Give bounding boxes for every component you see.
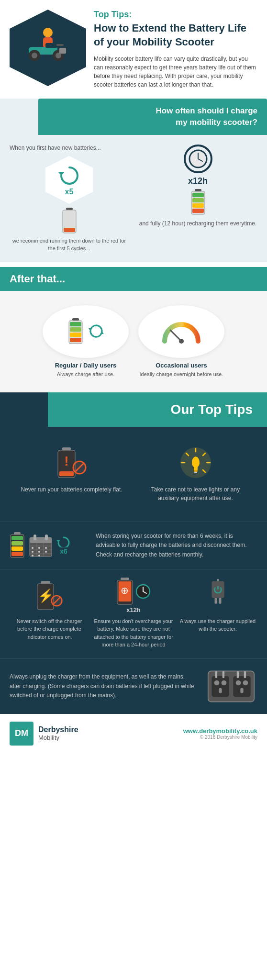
svg-rect-28 [70, 333, 81, 337]
cycle-hex: x5 [45, 156, 93, 204]
tip1-text: Never run your batteries completely flat… [21, 485, 122, 494]
svg-marker-72 [56, 540, 60, 543]
occasional-desc: Ideally charge overnight before use. [140, 371, 223, 378]
tip3-item: ⚡ Never switch off the charger before th… [10, 579, 89, 649]
top-tips-label: Top Tips: [94, 10, 257, 20]
svg-rect-36 [59, 471, 74, 476]
tip2-item: Take care not to leave lights or any aux… [134, 436, 257, 512]
regular-desc: Always charge after use. [57, 371, 114, 378]
svg-rect-52 [11, 541, 23, 546]
svg-rect-58 [45, 535, 48, 540]
top-tips-header: Our Top Tips [48, 392, 267, 427]
svg-point-68 [38, 551, 40, 553]
storage-text: When storing your scooter for more than … [96, 532, 257, 559]
svg-rect-18 [195, 189, 201, 191]
after-that-bar: After that... [0, 267, 267, 291]
svg-rect-26 [70, 322, 81, 326]
svg-rect-57 [33, 535, 36, 540]
time-desc: and fully (12 hour) recharging them ever… [138, 220, 257, 227]
svg-point-91 [214, 680, 220, 685]
svg-rect-14 [64, 228, 75, 232]
svg-rect-56 [30, 537, 52, 543]
main-title: How to Extend the Battery Life of your M… [94, 22, 257, 49]
svg-rect-10 [59, 48, 66, 54]
svg-point-69 [45, 551, 47, 553]
top-tips-title: Our Top Tips [62, 402, 253, 417]
svg-point-71 [38, 555, 40, 557]
svg-rect-27 [70, 327, 81, 332]
cycle-desc: we recommend running them down to the re… [10, 237, 129, 253]
svg-rect-24 [72, 318, 79, 321]
svg-rect-21 [192, 198, 204, 202]
footer-url: www.derbymobility.co.uk [183, 727, 257, 735]
svg-rect-51 [11, 536, 23, 540]
regular-label: Regular / Daily users [55, 362, 117, 369]
svg-point-92 [222, 680, 227, 685]
svg-rect-78 [121, 578, 129, 580]
intro-text: Mobility scooter battery life can vary q… [94, 55, 257, 89]
footer-right: www.derbymobility.co.uk © 2018 Derbyshir… [183, 727, 257, 740]
svg-text:!: ! [64, 454, 68, 468]
footer-brand-sub: Mobility [38, 734, 78, 741]
tip1-icon: ! [53, 446, 91, 479]
svg-rect-86 [214, 598, 217, 603]
unplug-text: Always unplug the charger from the equip… [10, 672, 195, 700]
svg-rect-47 [194, 470, 198, 472]
svg-rect-5 [56, 44, 64, 46]
charge-content: When you first have new batteries... x5 [0, 135, 267, 253]
tip3-text: Never switch off the charger before the … [10, 617, 89, 641]
svg-rect-101 [244, 671, 246, 678]
top-tips-section: Our Top Tips ! [0, 392, 267, 714]
users-section: Regular / Daily users Always charge afte… [0, 291, 267, 392]
svg-rect-90 [211, 676, 229, 697]
footer-brand: Derbyshire Mobility [38, 725, 78, 741]
storage-tip: x6 When storing your scooter for more th… [0, 522, 267, 569]
footer-dm-logo: DM [10, 722, 33, 746]
svg-rect-49 [14, 532, 21, 535]
footer: DM Derbyshire Mobility www.derbymobility… [0, 714, 267, 753]
tip5-text: Always use the charger supplied with the… [178, 617, 257, 633]
svg-point-7 [32, 53, 37, 58]
footer-logo: DM Derbyshire Mobility [10, 722, 78, 746]
svg-point-95 [236, 680, 241, 685]
header-section: Top Tips: How to Extend the Battery Life… [0, 0, 267, 99]
tip2-icon [177, 446, 215, 479]
svg-rect-94 [233, 676, 250, 697]
svg-point-0 [43, 28, 53, 37]
regular-user-icon [43, 305, 129, 358]
tip4-icon: ⊕ x12h [116, 579, 151, 612]
svg-rect-98 [215, 671, 217, 678]
bottom-tips-row: ⚡ Never switch off the charger before th… [0, 569, 267, 658]
svg-text:⊕: ⊕ [121, 585, 129, 596]
svg-point-64 [32, 547, 33, 549]
svg-marker-31 [100, 331, 104, 334]
scooter-image-hex [10, 10, 86, 86]
svg-point-67 [32, 551, 33, 553]
svg-rect-73 [41, 581, 50, 584]
svg-rect-93 [219, 688, 222, 693]
occasional-user-icon [138, 305, 224, 358]
svg-rect-53 [11, 546, 23, 551]
charge-title-bar: How often should I charge my mobility sc… [38, 99, 267, 135]
svg-rect-97 [240, 688, 243, 693]
svg-rect-29 [70, 338, 81, 342]
svg-rect-20 [192, 193, 204, 197]
tips-grid: ! Never run your batteries completely fl… [0, 427, 267, 522]
tip4-item: ⊕ x12h Ensure you don't overcharge your … [94, 579, 173, 649]
charge-right: x12h and fully (12 hour) recharging them… [138, 145, 257, 227]
footer-copyright: © 2018 Derbyshire Mobility [183, 735, 257, 740]
svg-rect-87 [219, 598, 221, 603]
storage-icon: x6 [10, 532, 86, 558]
svg-point-65 [38, 547, 40, 549]
svg-point-96 [243, 680, 248, 685]
occasional-label: Occasional users [156, 362, 207, 369]
when-text: When you first have new batteries... [10, 145, 129, 151]
occasional-user-card: Occasional users Ideally charge overnigh… [138, 305, 224, 378]
tip5-item: Always use the charger supplied with the… [178, 579, 257, 649]
svg-rect-54 [11, 552, 23, 556]
footer-brand-name: Derbyshire [38, 725, 78, 734]
svg-point-66 [45, 547, 47, 549]
svg-point-70 [32, 555, 33, 557]
header-text: Top Tips: How to Extend the Battery Life… [94, 10, 257, 89]
svg-rect-12 [66, 208, 73, 210]
